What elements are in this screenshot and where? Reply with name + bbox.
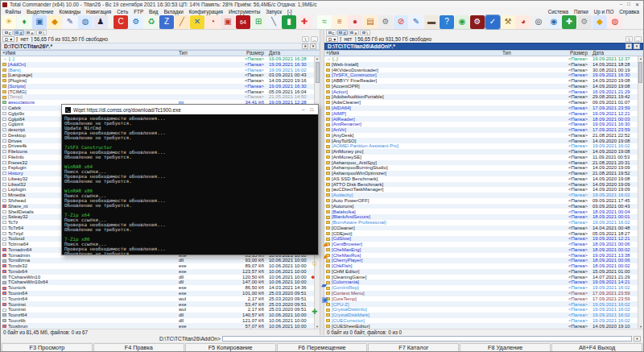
file-row[interactable]: [Plugins]<Папка>14.09.2020 19:16	[1, 78, 314, 84]
frame-icon[interactable]: ▣	[221, 15, 235, 29]
scroll-down-icon[interactable]: ▼	[638, 324, 643, 329]
file-row[interactable]: [CoreTemp]<Папка>17.09.2021 23:59	[324, 296, 638, 302]
root-button[interactable]: \	[625, 36, 633, 42]
help-orb-icon[interactable]: ?	[440, 15, 454, 29]
file-row[interactable]: [AIMP]<Папка>19.09.2021 12:21	[324, 111, 638, 117]
file-row[interactable]: [Colormania]<Папка>19.09.2021 14:21	[324, 280, 638, 285]
lightbulb-icon[interactable]: ☀	[2, 15, 16, 29]
file-row[interactable]: [7zSFX_Constructor]<Папка>19.09.2021 16:…	[324, 72, 638, 78]
file-row[interactable]: [CentBrowser]<Папка>18.09.2021 00:06	[324, 242, 638, 247]
feather-icon[interactable]: ≈	[317, 15, 332, 29]
user-icon[interactable]: ♟	[93, 15, 108, 29]
file-row[interactable]: Tcunzl64dll140,57 Кб10.06.2021 10:00	[1, 313, 314, 318]
file-row[interactable]: Tcmdx64exe123,57 Кб10.06.2021 10:00	[1, 269, 314, 275]
file-row[interactable]: [CrystalDiskMark]<Папка>19.09.2021 16:02	[324, 313, 638, 318]
menu-item-up-и-по[interactable]: Up и ПО	[592, 9, 617, 14]
function-button-f3[interactable]: F3 Просмотр	[2, 343, 93, 352]
menu-item-инструменты[interactable]: Инструменты	[226, 9, 262, 14]
function-button-f6[interactable]: F6 Перемещение	[277, 343, 368, 352]
x-ball-icon[interactable]: ✕	[190, 15, 204, 29]
green-cross-icon[interactable]: ✚	[562, 15, 576, 29]
file-row[interactable]: [CrystalDiskInfo]<Папка>19.09.2021 16:02	[324, 307, 638, 313]
block-globe-icon[interactable]: ⊘	[394, 15, 408, 29]
paw-icon[interactable]: ●	[348, 15, 362, 29]
file-row[interactable]: [Language]<Папка>03.09.2021 00:43	[1, 72, 314, 78]
minimize-button[interactable]: –	[620, 2, 622, 7]
globe-icon[interactable]: ◍	[78, 15, 93, 29]
file-row[interactable]: [CleaningGame]<Папка>14.07.2021 21:29	[324, 275, 638, 280]
command-input[interactable]	[222, 336, 632, 342]
drive-button-net[interactable]: \	[360, 30, 370, 35]
file-row[interactable]: [CDEject]<Папка>05.09.2021 18:27	[324, 230, 638, 236]
file-row[interactable]: [ATTO Disk Benchmark]<Папка>14.09.2020 1…	[324, 182, 638, 188]
file-row[interactable]: [ArtMoney pro]<Папка>14.09.2020 19:08	[324, 149, 638, 155]
file-row[interactable]: [Temp]<Папка>21.05.2021 14:50	[1, 94, 314, 100]
gear-icon[interactable]: ⚙	[129, 15, 143, 29]
file-row[interactable]: [AdwCleaner]<Папка>09.09.2021 01:07	[324, 100, 638, 106]
wget-console-window[interactable]: ›_ Wget https://dl.comss.org/download/Tc…	[61, 104, 319, 255]
function-button-f8[interactable]: F8 Удаление	[460, 343, 551, 352]
file-row[interactable]: [Balabolka]<Папка>18.09.2021 00:04	[324, 209, 638, 214]
file-row[interactable]: Tcusbrunexe57,07 Кб10.06.2021 10:00	[1, 323, 314, 329]
file-row[interactable]: [CherryPlayer]<Папка>18.09.2021 00:06	[324, 258, 638, 263]
file-row[interactable]: [ArtMoneySE]<Папка>11.09.2021 00:53	[324, 155, 638, 160]
file-row[interactable]: [AnyDesk]<Папка>21.08.2021 22:52	[324, 133, 638, 139]
scrollbar-thumb[interactable]	[316, 62, 320, 83]
pen-icon[interactable]: ✎	[63, 15, 77, 29]
function-button-f7[interactable]: F7 Каталог	[368, 343, 459, 352]
function-button-f4[interactable]: F4 Правка	[93, 343, 184, 352]
drive-select[interactable]: D▾	[2, 36, 14, 42]
file-row[interactable]: [ComIntRep]<Папка>19.09.2021 16:02	[324, 285, 638, 291]
recycle-icon[interactable]: ♻	[144, 15, 159, 29]
file-row[interactable]: [AntRenamer]<Папка>19.09.2021 16:30	[324, 122, 638, 127]
package-icon[interactable]: ▤	[363, 15, 378, 29]
menu-item-файлы[interactable]: Файлы	[2, 9, 23, 14]
file-row[interactable]: Tcunicrkexe86,50 Кб14.03.2021 14:36	[1, 285, 314, 291]
drive-button-e[interactable]: e	[25, 30, 35, 35]
menu-item-запуск[interactable]: Запуск	[263, 9, 284, 14]
check-icon[interactable]: ✓	[485, 15, 500, 29]
function-button-f5[interactable]: F5 Копирование	[185, 343, 276, 352]
file-row[interactable]: Tcuninstexe53,47 Кб25.03.2020 09:51	[1, 301, 314, 307]
file-row[interactable]: [AccentOPR]<Папка>14.09.2020 19:08	[324, 84, 638, 89]
maximize-button[interactable]: □	[627, 2, 630, 7]
drive-select[interactable]: D▾	[326, 36, 338, 42]
edit-doc-icon[interactable]: ✎	[409, 15, 423, 29]
favorites-button[interactable]: ▾	[634, 43, 640, 49]
file-row[interactable]: [Context Menu]<Папка>17.09.2021 23:59	[324, 291, 638, 296]
drive-button-e[interactable]: e	[349, 30, 359, 35]
menu-item-выделение[interactable]: Выделение	[24, 9, 56, 14]
box-3d-icon[interactable]: ◆	[592, 15, 607, 29]
file-row[interactable]: [4KVideoDownloader]<Папка>30.08.2021 00:…	[324, 68, 638, 73]
parent-dir-button[interactable]: ..	[311, 36, 318, 42]
ccleaner-icon[interactable]: C	[114, 15, 128, 29]
file-row[interactable]: [AOMEI Partition Assistant Pro]<Папка>19…	[324, 143, 638, 149]
file-row[interactable]: [CUESheetEditor]<Папка>14.09.2020 19:10	[324, 323, 638, 329]
console-title-bar[interactable]: ›_ Wget https://dl.comss.org/download/Tc…	[62, 105, 318, 114]
menu-item-навигация[interactable]: Навигация	[84, 9, 114, 14]
pie-chart-icon[interactable]: ◕	[516, 15, 530, 29]
file-row[interactable]: [AshampooWinOptimizer]<Папка>21.08.2021 …	[324, 171, 638, 176]
menu-item-команды[interactable]: Команды	[56, 9, 83, 14]
file-row[interactable]: [BlankAndSecure]<Папка>18.09.2021 00:01	[324, 214, 638, 220]
file-row[interactable]: [Bars]<Папка>19.09.2021 16:02	[1, 68, 314, 73]
file-row[interactable]: [AddOn]<Папка>19.09.2021 16:30	[1, 62, 314, 68]
parrot-icon[interactable]: ♦	[17, 15, 31, 29]
file-row[interactable]: Tcunin64exe101,00 Кб25.03.2020 09:51	[1, 291, 314, 296]
path-bar[interactable]: D:\TC\TCTitan26\AddOn\*.*∗▾	[324, 43, 643, 50]
column-header-name[interactable]: +Имя	[324, 50, 502, 56]
file-row[interactable]: TCshareWin10x64dll147,00 Кб10.06.2021 10…	[1, 280, 314, 285]
engine-gear-icon[interactable]: ⚙	[470, 15, 485, 29]
menu-item-конфигурация[interactable]: Конфигурация	[187, 9, 225, 14]
close-button[interactable]: ✕	[635, 2, 639, 7]
file-row[interactable]: Tcunzlibdll121,07 Кб10.06.2021 10:00	[1, 318, 314, 324]
file-row[interactable]: [CCleaner]<Папка>14.04.2021 00:48	[324, 226, 638, 231]
file-row[interactable]: [CdSlow]<Папка>19.09.2021 12:21	[324, 236, 638, 242]
file-row[interactable]: [Audacity]<Папка>19.09.2021 16:02	[324, 193, 638, 198]
path-bar[interactable]: D:\TC\TCTitan26\*.*∗▾	[1, 43, 320, 50]
file-row[interactable]: [AnVir]<Папка>17.09.2021 23:59	[324, 127, 638, 133]
file-row[interactable]: [TCIMG]<Папка>05.09.2021 16:04	[1, 89, 314, 95]
file-row[interactable]: [AIDA64]<Папка>17.09.2021 23:59	[324, 106, 638, 111]
file-row[interactable]: [CUECorrector]<Папка>19.09.2021 16:02	[324, 318, 638, 324]
gamepad-icon[interactable]: ◉	[455, 15, 469, 29]
